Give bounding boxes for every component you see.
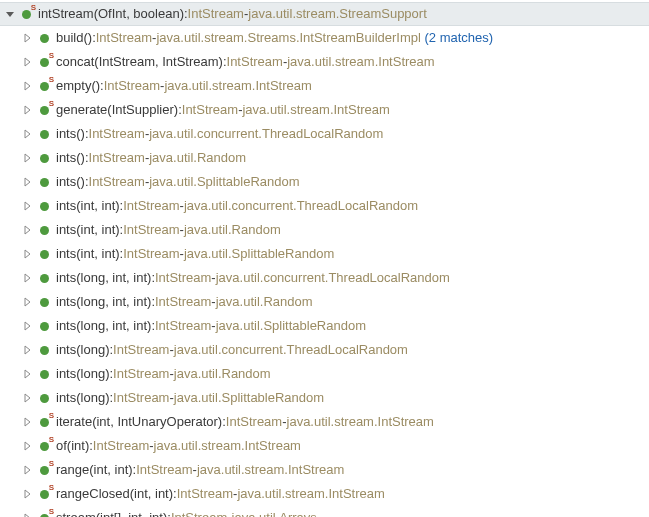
expand-arrow-icon[interactable] <box>22 296 34 308</box>
package-name: java.util.Random <box>149 146 246 170</box>
package-name: java.util.stream.IntStream <box>164 74 311 98</box>
method-icon: S <box>18 6 34 22</box>
return-type: IntStream <box>89 146 145 170</box>
method-icon: S <box>36 462 52 478</box>
package-name: java.util.stream.StreamSupport <box>248 2 426 26</box>
method-icon <box>36 318 52 334</box>
return-type: IntStream <box>123 194 179 218</box>
tree-item[interactable]: ints(int, int) : IntStream - java.util.R… <box>0 218 649 242</box>
return-type: IntStream <box>227 50 283 74</box>
match-count: (2 matches) <box>425 26 494 50</box>
package-name: java.util.Random <box>174 362 271 386</box>
return-type: IntStream <box>113 362 169 386</box>
expand-arrow-icon[interactable] <box>22 392 34 404</box>
tree-item[interactable]: ints() : IntStream - java.util.Random <box>0 146 649 170</box>
method-signature: ints(long, int, int) <box>56 290 151 314</box>
return-type: IntStream <box>123 218 179 242</box>
return-type: IntStream <box>93 434 149 458</box>
tree-item[interactable]: ints(long) : IntStream - java.util.concu… <box>0 338 649 362</box>
expand-arrow-icon[interactable] <box>22 368 34 380</box>
return-type: IntStream <box>89 170 145 194</box>
method-icon <box>36 246 52 262</box>
tree-item[interactable]: ints(int, int) : IntStream - java.util.S… <box>0 242 649 266</box>
tree-item[interactable]: ints(long, int, int) : IntStream - java.… <box>0 314 649 338</box>
expand-arrow-icon[interactable] <box>22 176 34 188</box>
tree-item[interactable]: Sempty() : IntStream - java.util.stream.… <box>0 74 649 98</box>
method-signature: build() <box>56 26 92 50</box>
package-name: java.util.SplittableRandom <box>216 314 366 338</box>
collapse-arrow-icon[interactable] <box>4 8 16 20</box>
method-signature: ints(long) <box>56 386 109 410</box>
expand-arrow-icon[interactable] <box>22 512 34 517</box>
expand-arrow-icon[interactable] <box>22 248 34 260</box>
method-signature: ints() <box>56 146 85 170</box>
return-type: IntStream <box>104 74 160 98</box>
method-signature: ints(long, int, int) <box>56 266 151 290</box>
tree-item[interactable]: ints(long, int, int) : IntStream - java.… <box>0 290 649 314</box>
package-name: java.util.stream.IntStream <box>287 50 434 74</box>
tree-item[interactable]: Sconcat(IntStream, IntStream) : IntStrea… <box>0 50 649 74</box>
tree-item[interactable]: ints(int, int) : IntStream - java.util.c… <box>0 194 649 218</box>
return-type: IntStream <box>177 482 233 506</box>
method-icon: S <box>36 438 52 454</box>
expand-arrow-icon[interactable] <box>22 152 34 164</box>
method-signature: rangeClosed(int, int) <box>56 482 173 506</box>
tree-item[interactable]: ints(long) : IntStream - java.util.Rando… <box>0 362 649 386</box>
method-signature: ints(int, int) <box>56 218 120 242</box>
tree-item[interactable]: Srange(int, int) : IntStream - java.util… <box>0 458 649 482</box>
tree-item[interactable]: Siterate(int, IntUnaryOperator) : IntStr… <box>0 410 649 434</box>
expand-arrow-icon[interactable] <box>22 56 34 68</box>
expand-arrow-icon[interactable] <box>22 128 34 140</box>
method-icon <box>36 270 52 286</box>
method-icon <box>36 150 52 166</box>
method-icon: S <box>36 414 52 430</box>
return-type: IntStream <box>155 290 211 314</box>
tree-item[interactable]: Sof(int) : IntStream - java.util.stream.… <box>0 434 649 458</box>
method-icon <box>36 342 52 358</box>
method-signature: of(int) <box>56 434 89 458</box>
return-type: IntStream <box>182 98 238 122</box>
method-icon: S <box>36 78 52 94</box>
expand-arrow-icon[interactable] <box>22 200 34 212</box>
method-signature: ints(long) <box>56 338 109 362</box>
package-name: java.util.stream.IntStream <box>287 410 434 434</box>
method-signature: ints(int, int) <box>56 242 120 266</box>
return-type: IntStream <box>155 266 211 290</box>
return-type: IntStream <box>123 242 179 266</box>
method-icon: S <box>36 102 52 118</box>
method-icon: S <box>36 54 52 70</box>
expand-arrow-icon[interactable] <box>22 104 34 116</box>
return-type: IntStream <box>96 26 152 50</box>
return-type: IntStream <box>113 338 169 362</box>
expand-arrow-icon[interactable] <box>22 344 34 356</box>
tree-item[interactable]: ints() : IntStream - java.util.Splittabl… <box>0 170 649 194</box>
tree-item[interactable]: ints(long) : IntStream - java.util.Split… <box>0 386 649 410</box>
expand-arrow-icon[interactable] <box>22 488 34 500</box>
method-signature: iterate(int, IntUnaryOperator) <box>56 410 222 434</box>
tree-item[interactable]: build() : IntStream - java.util.stream.S… <box>0 26 649 50</box>
method-signature: ints() <box>56 122 85 146</box>
tree-item[interactable]: ints() : IntStream - java.util.concurren… <box>0 122 649 146</box>
method-icon <box>36 366 52 382</box>
tree-item[interactable]: Sgenerate(IntSupplier) : IntStream - jav… <box>0 98 649 122</box>
expand-arrow-icon[interactable] <box>22 440 34 452</box>
expand-arrow-icon[interactable] <box>22 272 34 284</box>
package-name: java.util.SplittableRandom <box>174 386 324 410</box>
expand-arrow-icon[interactable] <box>22 32 34 44</box>
tree-header-row[interactable]: SintStream(OfInt, boolean) : IntStream -… <box>0 2 649 26</box>
expand-arrow-icon[interactable] <box>22 320 34 332</box>
package-name: java.util.Random <box>216 290 313 314</box>
package-name: java.util.stream.Streams.IntStreamBuilde… <box>156 26 420 50</box>
expand-arrow-icon[interactable] <box>22 80 34 92</box>
method-icon <box>36 174 52 190</box>
expand-arrow-icon[interactable] <box>22 416 34 428</box>
expand-arrow-icon[interactable] <box>22 464 34 476</box>
method-icon <box>36 222 52 238</box>
package-name: java.util.stream.IntStream <box>242 98 389 122</box>
tree-item[interactable]: Sstream(int[], int, int) : IntStream - j… <box>0 506 649 517</box>
package-name: java.util.SplittableRandom <box>184 242 334 266</box>
method-icon <box>36 294 52 310</box>
tree-item[interactable]: ints(long, int, int) : IntStream - java.… <box>0 266 649 290</box>
expand-arrow-icon[interactable] <box>22 224 34 236</box>
tree-item[interactable]: SrangeClosed(int, int) : IntStream - jav… <box>0 482 649 506</box>
